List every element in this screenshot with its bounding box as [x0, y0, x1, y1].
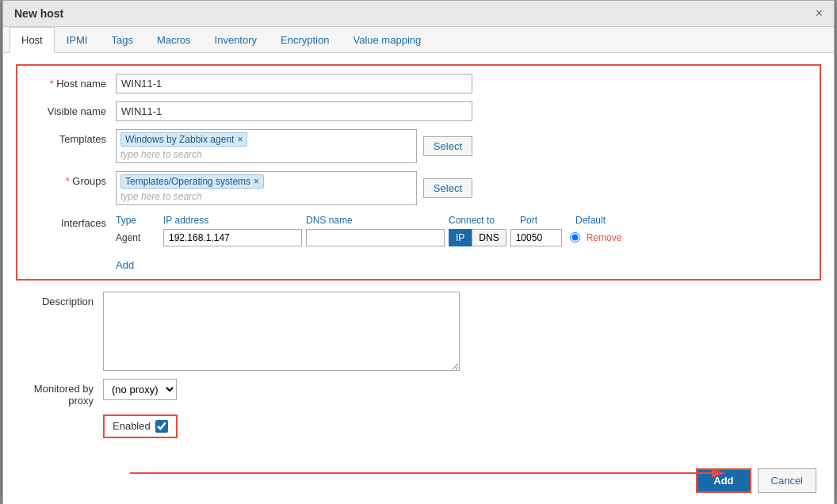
col-connect: Connect to — [449, 215, 520, 226]
col-port: Port — [520, 215, 575, 226]
interfaces-label: Interfaces — [29, 213, 116, 229]
tab-ipmi[interactable]: IPMI — [55, 27, 100, 53]
col-dns: DNS name — [306, 215, 449, 226]
tab-bar: Host IPMI Tags Macros Inventory Encrypti… — [3, 27, 834, 53]
templates-select-button[interactable]: Select — [423, 136, 472, 156]
interface-row: Agent IP DNS Remove — [116, 229, 808, 246]
proxy-select[interactable]: (no proxy) — [103, 379, 177, 400]
groups-tag: Templates/Operating systems × — [120, 174, 264, 189]
modal-title: New host — [14, 7, 63, 20]
groups-label: * Groups — [29, 171, 116, 187]
col-ip: IP address — [163, 215, 306, 226]
templates-tag: Windows by Zabbix agent × — [120, 132, 247, 147]
description-textarea[interactable] — [103, 292, 460, 371]
visible-name-input[interactable] — [116, 101, 472, 121]
connect-btns: IP DNS — [449, 229, 506, 246]
host-name-input[interactable] — [116, 74, 472, 94]
visible-name-label: Visible name — [29, 101, 116, 117]
modal-body: * Host name Visible name Templates — [3, 53, 834, 457]
iface-dns-input[interactable] — [306, 229, 445, 246]
groups-row: * Groups Templates/Operating systems × t… — [29, 171, 808, 205]
templates-label: Templates — [29, 129, 116, 145]
interfaces-row: Interfaces Type IP address DNS name Conn… — [29, 213, 808, 250]
visible-name-row: Visible name — [29, 101, 808, 121]
modal-header: New host × — [3, 1, 834, 27]
tab-encryption[interactable]: Encryption — [269, 27, 341, 53]
iface-port-input[interactable] — [510, 229, 562, 246]
enabled-label: Enabled — [113, 420, 151, 432]
col-type: Type — [116, 215, 163, 226]
iface-type: Agent — [116, 232, 163, 243]
templates-row: Templates Windows by Zabbix agent × type… — [29, 129, 808, 163]
connect-ip-button[interactable]: IP — [449, 229, 472, 246]
connect-dns-button[interactable]: DNS — [472, 229, 506, 246]
footer-area: Add Cancel — [3, 457, 834, 504]
groups-tag-close[interactable]: × — [254, 176, 259, 187]
add-interface-row: Add — [29, 258, 808, 271]
templates-field[interactable]: Windows by Zabbix agent × type here to s… — [116, 129, 417, 163]
description-row: Description — [16, 292, 821, 371]
col-default: Default — [575, 215, 631, 226]
proxy-row: Monitored by proxy (no proxy) — [16, 379, 821, 407]
interfaces-header: Type IP address DNS name Connect to Port… — [116, 213, 808, 229]
iface-ip-input[interactable] — [163, 229, 302, 246]
tab-macros[interactable]: Macros — [145, 27, 203, 53]
enabled-box: Enabled — [103, 414, 178, 438]
arrow-svg — [130, 453, 834, 493]
enabled-checkbox[interactable] — [155, 420, 168, 433]
host-name-label: * Host name — [29, 74, 116, 90]
groups-select-button[interactable]: Select — [423, 178, 472, 198]
tab-value-mapping[interactable]: Value mapping — [341, 27, 433, 53]
close-button[interactable]: × — [816, 7, 823, 20]
description-label: Description — [16, 292, 103, 307]
tab-tags[interactable]: Tags — [99, 27, 144, 53]
host-name-row: * Host name — [29, 74, 808, 94]
remove-interface-link[interactable]: Remove — [587, 232, 622, 243]
tab-inventory[interactable]: Inventory — [203, 27, 269, 53]
templates-tag-close[interactable]: × — [237, 134, 243, 145]
proxy-label: Monitored by proxy — [16, 379, 103, 407]
tab-host[interactable]: Host — [10, 27, 55, 53]
iface-default-radio[interactable] — [570, 232, 580, 242]
host-form-section: * Host name Visible name Templates — [16, 64, 821, 281]
add-interface-link[interactable]: Add — [116, 259, 134, 271]
groups-field[interactable]: Templates/Operating systems × type here … — [116, 171, 417, 205]
enabled-row: Enabled — [16, 414, 821, 438]
